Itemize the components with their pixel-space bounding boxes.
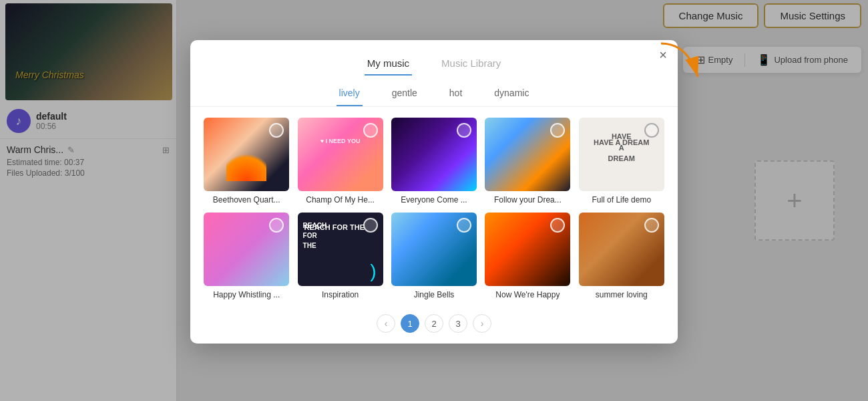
track-label-jingle: Jingle Bells [414, 290, 455, 299]
tab-my-music[interactable]: My music [365, 52, 412, 76]
list-item[interactable]: Follow your Drea... [485, 118, 570, 205]
track-label-champ: Champ Of My He... [306, 195, 375, 205]
track-thumbnail-follow [485, 118, 570, 191]
music-grid: Beethoven Quart... Champ Of My He... Eve… [190, 107, 678, 310]
list-item[interactable]: summer loving [579, 213, 664, 299]
pagination-next-button[interactable]: › [473, 314, 491, 333]
pagination: ‹ 1 2 3 › [190, 310, 678, 344]
track-label-follow: Follow your Drea... [494, 195, 562, 205]
track-thumbnail-beethoven [204, 118, 289, 191]
track-label-inspiration: Inspiration [322, 290, 359, 299]
track-label-everyone: Everyone Come ... [401, 195, 467, 205]
radio-circle [550, 123, 565, 138]
track-thumbnail-whistling [204, 213, 289, 286]
track-thumbnail-jingle [391, 213, 477, 286]
track-thumbnail-everyone [391, 118, 477, 191]
tab-music-library[interactable]: Music Library [439, 52, 503, 76]
track-thumbnail-summer [579, 213, 664, 286]
track-label-whistling: Happy Whistling ... [213, 290, 280, 299]
list-item[interactable]: Champ Of My He... [297, 118, 383, 205]
modal-overlay: × My music Music Library lively [0, 0, 868, 401]
pagination-page-1-button[interactable]: 1 [401, 314, 419, 333]
music-modal: × My music Music Library lively [190, 40, 678, 344]
radio-circle [457, 123, 471, 138]
mood-tab-lively[interactable]: lively [337, 82, 363, 106]
radio-circle [363, 218, 378, 233]
radio-circle [550, 218, 565, 233]
pagination-page-2-button[interactable]: 2 [425, 314, 443, 333]
radio-circle [269, 218, 284, 233]
list-item[interactable]: Everyone Come ... [391, 118, 477, 205]
mood-tab-hot[interactable]: hot [447, 82, 465, 106]
list-item[interactable]: REACHFORTHE ) Inspiration [297, 213, 383, 299]
pagination-page-3-button[interactable]: 3 [449, 314, 467, 333]
track-thumbnail-fulllife: HAVEADREAM [579, 118, 664, 191]
list-item[interactable]: HAVEADREAM Full of Life demo [579, 118, 664, 205]
mood-tab-dynamic[interactable]: dynamic [491, 82, 531, 106]
track-thumbnail-inspiration: REACHFORTHE ) [298, 213, 383, 286]
modal-header: My music Music Library [190, 40, 678, 76]
track-thumbnail-nowwehappy [485, 213, 570, 286]
radio-circle [644, 218, 659, 233]
track-label-beethoven: Beethoven Quart... [213, 195, 280, 205]
track-label-nowwehappy: Now We're Happy [495, 290, 560, 299]
pagination-prev-button[interactable]: ‹ [377, 314, 395, 333]
modal-tabs: My music Music Library [204, 52, 664, 76]
mood-tab-gentle[interactable]: gentle [389, 82, 420, 106]
track-label-summer: summer loving [596, 290, 648, 299]
track-label-fulllife: Full of Life demo [592, 195, 651, 205]
radio-circle [644, 123, 659, 138]
radio-circle [269, 123, 284, 138]
list-item[interactable]: Beethoven Quart... [204, 118, 289, 205]
list-item[interactable]: Happy Whistling ... [204, 213, 289, 299]
list-item[interactable]: Now We're Happy [485, 213, 570, 299]
track-thumbnail-champ [298, 118, 383, 191]
radio-circle [457, 218, 471, 233]
radio-circle [363, 123, 378, 138]
editor-background: ♪ default 00:56 Warm Chris... ✎ ⊞ Estima… [0, 0, 868, 401]
list-item[interactable]: Jingle Bells [391, 213, 477, 299]
mood-tabs: lively gentle hot dynamic [190, 76, 678, 107]
